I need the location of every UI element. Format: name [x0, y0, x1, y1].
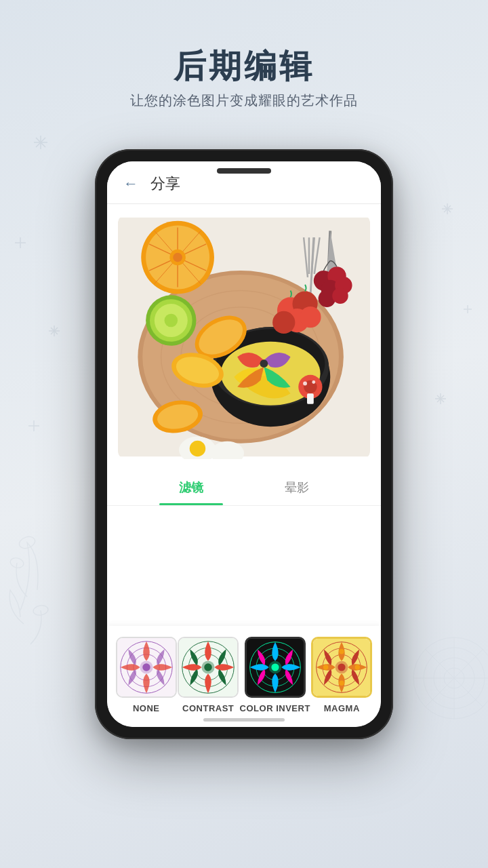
filter-contrast-label: CONTRAST: [182, 703, 234, 713]
phone-screen: ← 分享: [107, 161, 381, 727]
svg-rect-45: [307, 393, 314, 404]
svg-point-95: [222, 665, 226, 669]
filter-contrast-thumb: [178, 637, 239, 698]
home-indicator: [203, 718, 285, 722]
filter-panel: NONE: [107, 626, 381, 727]
svg-point-103: [271, 663, 279, 671]
filter-invert-label: COLOR INVERT: [240, 703, 310, 713]
filter-contrast[interactable]: CONTRAST: [178, 637, 239, 713]
tab-filter[interactable]: 滤镜: [138, 470, 244, 505]
svg-point-71: [272, 311, 295, 334]
filter-none-thumb: [116, 637, 177, 698]
tabs-bar: 滤镜 晕影: [107, 470, 381, 506]
filter-magma-label: MAGMA: [324, 703, 360, 713]
svg-point-109: [340, 649, 344, 654]
svg-point-42: [260, 359, 268, 368]
svg-point-78: [332, 288, 348, 304]
tab-vignette[interactable]: 晕影: [244, 470, 350, 505]
svg-point-47: [312, 380, 315, 384]
svg-point-94: [206, 649, 210, 653]
back-button[interactable]: ←: [123, 175, 138, 193]
svg-point-110: [355, 665, 360, 669]
screen-title: 分享: [150, 174, 180, 194]
filter-none[interactable]: NONE: [116, 637, 177, 713]
filter-magma[interactable]: MAGMA: [311, 637, 372, 713]
svg-point-57: [173, 253, 182, 262]
image-preview: [118, 215, 370, 459]
svg-point-96: [206, 682, 210, 686]
svg-point-46: [303, 382, 307, 386]
svg-point-80: [190, 441, 205, 456]
svg-point-112: [323, 665, 328, 669]
filter-magma-thumb: [311, 637, 372, 698]
svg-point-97: [190, 665, 194, 669]
svg-point-61: [165, 314, 178, 328]
svg-point-87: [142, 663, 150, 671]
phone-mockup: ← 分享: [95, 149, 393, 739]
svg-point-72: [300, 307, 321, 328]
svg-point-113: [338, 663, 346, 671]
phone-speaker: [217, 168, 271, 174]
page-subtitle: 让您的涂色图片变成耀眼的艺术作品: [0, 92, 488, 110]
svg-point-93: [204, 663, 211, 671]
filter-none-label: NONE: [133, 703, 160, 713]
svg-point-111: [340, 681, 344, 686]
filter-invert-thumb: [245, 637, 306, 698]
page-title: 后期编辑: [0, 49, 488, 85]
filter-color-invert[interactable]: COLOR INVERT: [240, 637, 310, 713]
